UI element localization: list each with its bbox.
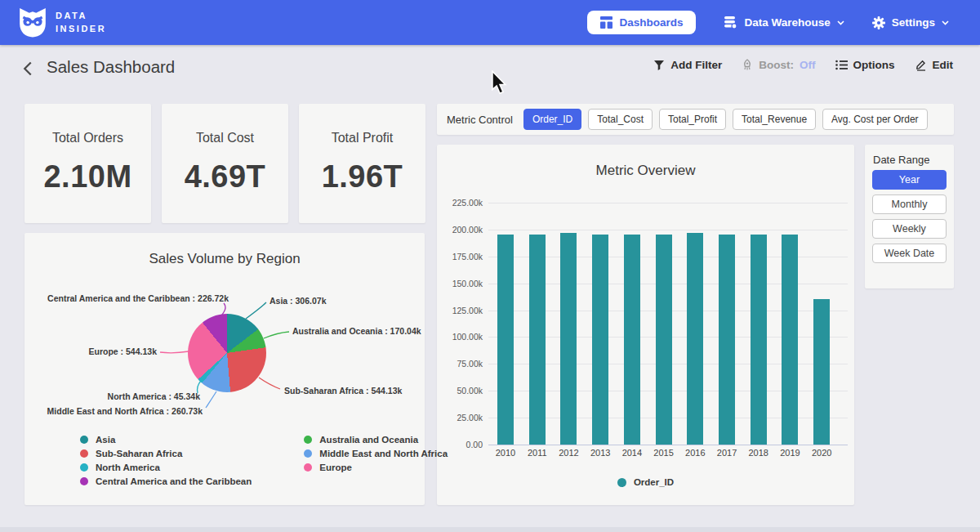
pie-callout-australia: Australia and Oceania : 170.04k [292, 326, 421, 336]
pie-callout-sub-saharan: Sub-Saharan Africa : 544.13k [284, 386, 402, 396]
bar-2015[interactable] [656, 235, 672, 445]
y-tick-label: 75.00k [437, 359, 483, 369]
sales-volume-chart: Sales Volume by Region Central America a… [24, 233, 425, 505]
page-header: Sales Dashboard Add Filter Boost: Off [0, 57, 980, 90]
y-tick-label: 200.00k [437, 225, 483, 235]
gridline [488, 203, 848, 203]
x-tick-label: 2014 [616, 448, 648, 458]
metric-option-avg-cost-per-order[interactable]: Avg. Cost per Order [822, 109, 928, 130]
list-icon [835, 60, 848, 70]
legend-label: North America [96, 463, 160, 472]
legend-dot-icon [80, 449, 88, 458]
x-tick-label: 2017 [710, 448, 743, 458]
boost-toggle[interactable]: Boost: Off [742, 59, 815, 71]
bar-2017[interactable] [719, 235, 735, 445]
kpi-label: Total Profit [332, 131, 394, 145]
pie-callout-north-america: North America : 45.34k [108, 391, 200, 401]
bar-chart-legend[interactable]: Order_ID [437, 477, 854, 487]
rocket-icon [742, 59, 753, 71]
chevron-down-icon [942, 20, 949, 25]
legend-dot-icon [80, 477, 88, 485]
bar-2019[interactable] [782, 235, 798, 445]
metric-option-order-id[interactable]: Order_ID [523, 109, 581, 130]
date-range-year[interactable]: Year [872, 170, 947, 190]
options-label: Options [853, 59, 895, 71]
dashboards-button[interactable]: Dashboards [587, 11, 696, 34]
x-tick-label: 2013 [584, 448, 617, 458]
boost-label: Boost: [759, 59, 794, 71]
y-tick-label: 100.00k [437, 332, 483, 342]
y-tick-label: 225.00k [437, 198, 483, 208]
gear-icon [872, 16, 885, 29]
metric-option-total-revenue[interactable]: Total_Revenue [733, 109, 816, 130]
bar-2010[interactable] [497, 235, 514, 445]
kpi-value: 4.69T [185, 159, 266, 194]
bar-legend-dot [617, 478, 626, 487]
date-range-title: Date Range [873, 154, 929, 166]
legend-dot-icon [80, 436, 88, 444]
bar-2016[interactable] [687, 233, 703, 445]
legend-dot-icon [304, 463, 312, 472]
page-title: Sales Dashboard [47, 57, 175, 77]
bar-2014[interactable] [624, 235, 640, 445]
pie-legend: AsiaSub-Saharan AfricaNorth AmericaCentr… [80, 435, 448, 486]
x-tick-label: 2010 [489, 448, 522, 458]
bar-2020[interactable] [813, 299, 830, 445]
top-navbar: DATA INSIDER Dashboards [0, 0, 980, 45]
add-filter-button[interactable]: Add Filter [653, 59, 722, 71]
add-filter-label: Add Filter [670, 59, 722, 71]
pie-legend-item[interactable]: Middle East and North Africa [304, 449, 448, 458]
data-warehouse-menu[interactable]: Data Warehouse [724, 16, 844, 29]
gridline [488, 230, 848, 230]
date-range-monthly[interactable]: Monthly [872, 194, 947, 214]
back-button[interactable] [21, 60, 39, 78]
x-tick-label: 2016 [679, 448, 711, 458]
kpi-label: Total Orders [52, 131, 123, 145]
bar-2012[interactable] [560, 233, 577, 445]
edit-button[interactable]: Edit [915, 59, 954, 71]
legend-dot-icon [304, 436, 312, 444]
bar-2013[interactable] [592, 235, 608, 445]
brand-line2: INSIDER [56, 23, 106, 36]
y-tick-label: 50.00k [437, 386, 483, 396]
metric-option-total-profit[interactable]: Total_Profit [659, 109, 726, 130]
metric-control-label: Metric Control [447, 114, 513, 126]
database-icon [724, 16, 737, 29]
bar-2018[interactable] [751, 235, 767, 445]
x-tick-label: 2018 [742, 448, 775, 458]
pie-legend-item[interactable]: Central America and the Caribbean [80, 476, 252, 486]
bar-legend-label: Order_ID [634, 477, 674, 487]
kpi-value: 1.96T [322, 159, 403, 194]
pie-legend-item[interactable]: Sub-Saharan Africa [80, 449, 252, 458]
pie-callout-europe: Europe : 544.13k [89, 346, 157, 356]
boost-value: Off [800, 59, 816, 71]
x-tick-label: 2020 [805, 448, 838, 458]
edit-label: Edit [933, 59, 954, 71]
pie-legend-item[interactable]: Australia and Oceania [304, 435, 448, 445]
pie-legend-item[interactable]: North America [80, 463, 252, 472]
brand[interactable]: DATA INSIDER [18, 7, 106, 38]
kpi-card-total-profit: Total Profit 1.96T [299, 104, 425, 223]
bottom-strip [0, 527, 980, 532]
pie-callout-asia: Asia : 306.07k [270, 296, 326, 306]
pie-legend-item[interactable]: Asia [80, 435, 252, 445]
date-range-panel: Date Range Year Monthly Weekly Week Date [865, 145, 954, 288]
date-range-week-date[interactable]: Week Date [872, 244, 947, 263]
settings-menu[interactable]: Settings [872, 16, 949, 29]
legend-label: Europe [319, 463, 352, 472]
options-button[interactable]: Options [835, 59, 895, 71]
kpi-card-total-cost: Total Cost 4.69T [162, 104, 288, 223]
legend-label: Middle East and North Africa [319, 449, 448, 458]
metric-option-total-cost[interactable]: Total_Cost [588, 109, 653, 130]
x-tick-label: 2019 [773, 448, 806, 458]
bar-2011[interactable] [529, 235, 546, 445]
pie-legend-item[interactable]: Europe [304, 463, 448, 472]
legend-label: Asia [96, 435, 115, 445]
kpi-card-total-orders: Total Orders 2.10M [24, 104, 151, 223]
bar-plot: 0.0025.00k50.00k75.00k100.00k125.00k150.… [437, 145, 854, 505]
date-range-weekly[interactable]: Weekly [872, 219, 947, 239]
dashboard-grid-icon [600, 16, 612, 29]
x-tick-label: 2011 [521, 448, 554, 458]
legend-label: Sub-Saharan Africa [96, 449, 182, 458]
x-tick-label: 2015 [648, 448, 680, 458]
